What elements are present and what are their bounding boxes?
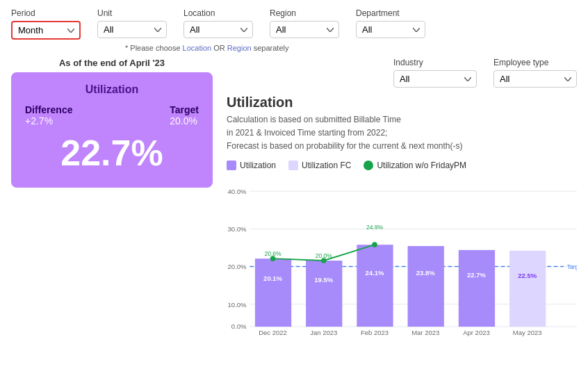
bar-apr2023 — [459, 249, 495, 326]
period-select[interactable]: Month Quarter Year — [11, 21, 81, 40]
period-filter-group: Period Month Quarter Year — [11, 8, 81, 40]
unit-select[interactable]: All — [97, 21, 167, 38]
svg-text:30.0%: 30.0% — [228, 225, 247, 233]
svg-text:19.5%: 19.5% — [314, 276, 333, 284]
svg-text:Jan 2023: Jan 2023 — [310, 329, 337, 336]
unit-label: Unit — [97, 8, 167, 18]
region-select[interactable]: All — [270, 21, 339, 38]
difference-group: Difference +2.7% — [25, 104, 72, 126]
bar-mar2023 — [408, 246, 444, 327]
green-dot-feb — [372, 242, 377, 247]
legend-utilization-wo: Utilization w/o FridayPM — [364, 161, 466, 170]
employee-type-filter-group: Employee type All — [493, 58, 577, 88]
industry-filter-group: Industry All — [393, 58, 477, 88]
location-label: Location — [183, 8, 253, 18]
svg-text:20.1%: 20.1% — [263, 274, 282, 281]
difference-label: Difference — [25, 104, 72, 115]
green-dot-jan — [321, 258, 327, 263]
industry-select[interactable]: All — [393, 70, 477, 88]
svg-text:10.0%: 10.0% — [228, 300, 247, 308]
chart-legend: Utilization Utilization FC Utilization w… — [227, 161, 577, 170]
card-metrics: Difference +2.7% Target 20.0% — [25, 104, 199, 126]
employee-type-select[interactable]: All — [493, 70, 577, 88]
desc-line1: Calculation is based on submitted Billab… — [227, 115, 401, 124]
left-panel: As of the end of April '23 Utilization D… — [11, 58, 213, 344]
legend-utilization: Utilization — [227, 161, 276, 170]
desc-line3: Forecast is based on probability for the… — [227, 141, 463, 151]
svg-text:24.9%: 24.9% — [366, 224, 384, 231]
main-content: As of the end of April '23 Utilization D… — [0, 52, 588, 344]
bar-jan2023 — [306, 261, 342, 327]
department-filter-group: Department All — [356, 8, 425, 38]
svg-text:May 2023: May 2023 — [513, 329, 542, 336]
region-label: Region — [270, 8, 339, 18]
utilization-section-title: Utilization — [227, 95, 577, 110]
industry-label: Industry — [393, 58, 477, 67]
green-dot-dec — [270, 256, 276, 261]
bar-feb2023 — [357, 245, 393, 327]
legend-utilization-wo-label: Utilization w/o FridayPM — [377, 161, 466, 170]
location-link[interactable]: Location — [183, 44, 212, 52]
period-label: Period — [11, 8, 81, 18]
utilization-color-swatch — [227, 161, 236, 170]
filter-note: * Please choose Location OR Region separ… — [0, 44, 588, 52]
right-panel: Industry All Employee type All Utilizati… — [227, 58, 577, 344]
bar-may2023 — [509, 250, 546, 326]
desc-line2: in 2021 & Invoiced Time starting from 20… — [227, 128, 387, 138]
target-value: 20.0% — [170, 115, 199, 126]
location-select[interactable]: All — [183, 21, 253, 38]
svg-text:Apr 2023: Apr 2023 — [463, 329, 490, 336]
card-title: Utilization — [25, 83, 199, 96]
region-link[interactable]: Region — [227, 44, 252, 52]
svg-text:22.5%: 22.5% — [518, 271, 537, 279]
bar-dec2022 — [255, 259, 291, 327]
svg-text:40.0%: 40.0% — [228, 188, 247, 195]
svg-text:22.7%: 22.7% — [467, 270, 486, 278]
chart-svg: 40.0% 30.0% 20.0% 10.0% 0.0% Target 20.0… — [227, 177, 577, 344]
location-filter-group: Location All — [183, 8, 253, 38]
svg-text:24.1%: 24.1% — [366, 268, 384, 276]
svg-text:Dec 2022: Dec 2022 — [259, 329, 287, 336]
utilization-card: Utilization Difference +2.7% Target 20.0… — [11, 72, 213, 188]
unit-filter-group: Unit All — [97, 8, 167, 38]
svg-text:23.8%: 23.8% — [416, 268, 435, 276]
legend-utilization-fc-label: Utilization FC — [302, 161, 351, 170]
svg-text:Mar 2023: Mar 2023 — [411, 329, 439, 336]
top-filters: Period Month Quarter Year Unit All Locat… — [0, 0, 588, 42]
card-main-value: 22.7% — [25, 132, 199, 174]
svg-text:Target 20.0%: Target 20.0% — [567, 263, 577, 270]
svg-text:0.0%: 0.0% — [231, 322, 247, 330]
legend-utilization-fc: Utilization FC — [288, 161, 351, 170]
region-filter-group: Region All — [270, 8, 339, 38]
department-label: Department — [356, 8, 425, 18]
svg-text:Feb 2023: Feb 2023 — [361, 329, 389, 336]
difference-value: +2.7% — [25, 115, 72, 126]
target-group: Target 20.0% — [170, 104, 199, 126]
date-label: As of the end of April '23 — [11, 58, 213, 68]
right-top-filters: Industry All Employee type All — [227, 58, 577, 88]
target-label: Target — [170, 104, 199, 115]
utilization-desc: Calculation is based on submitted Billab… — [227, 113, 577, 154]
utilization-wo-color-swatch — [364, 161, 373, 170]
chart-area: 40.0% 30.0% 20.0% 10.0% 0.0% Target 20.0… — [227, 177, 577, 344]
svg-text:20.0%: 20.0% — [228, 263, 247, 270]
employee-type-label: Employee type — [493, 58, 577, 67]
legend-utilization-label: Utilization — [240, 161, 276, 170]
department-select[interactable]: All — [356, 21, 425, 38]
utilization-fc-color-swatch — [288, 161, 298, 170]
